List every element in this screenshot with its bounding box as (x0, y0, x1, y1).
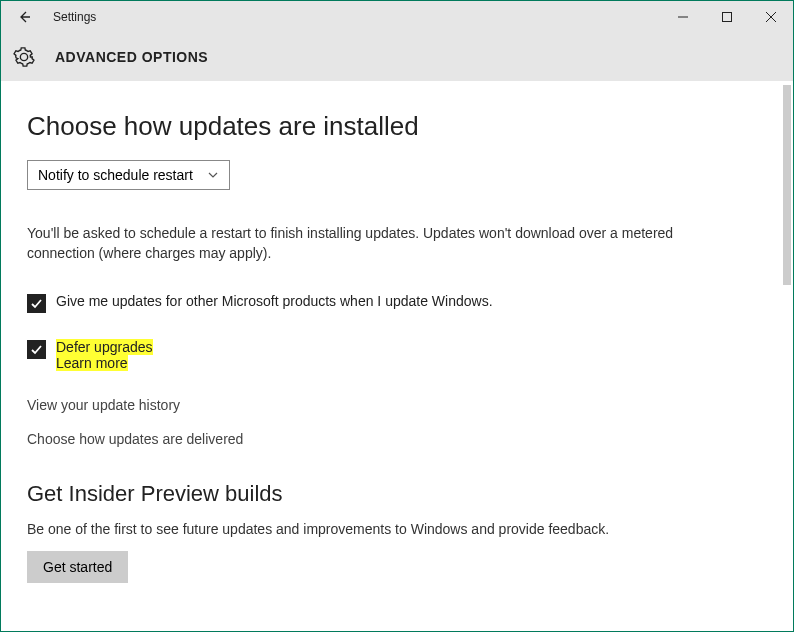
close-icon (766, 12, 776, 22)
schedule-dropdown[interactable]: Notify to schedule restart (27, 160, 230, 190)
arrow-left-icon (16, 9, 32, 25)
get-started-button[interactable]: Get started (27, 551, 128, 583)
chevron-down-icon (207, 169, 219, 181)
checkbox-row-defer: Defer upgrades Learn more (27, 339, 767, 371)
insider-description: Be one of the first to see future update… (27, 521, 767, 537)
svg-rect-1 (723, 13, 732, 22)
scrollbar-thumb[interactable] (783, 85, 791, 285)
delivery-link[interactable]: Choose how updates are delivered (27, 431, 767, 447)
page-title: ADVANCED OPTIONS (55, 49, 208, 65)
gear-icon (13, 46, 35, 68)
update-description: You'll be asked to schedule a restart to… (27, 224, 727, 263)
view-history-link[interactable]: View your update history (27, 397, 767, 413)
checkmark-icon (30, 297, 43, 310)
checkbox-label-defer: Defer upgrades (56, 339, 153, 355)
dropdown-value: Notify to schedule restart (38, 167, 193, 183)
maximize-icon (722, 12, 732, 22)
page-header: ADVANCED OPTIONS (1, 33, 793, 81)
defer-label-group: Defer upgrades Learn more (56, 339, 153, 371)
back-button[interactable] (9, 2, 39, 32)
titlebar: Settings (1, 1, 793, 33)
section-heading-updates: Choose how updates are installed (27, 111, 767, 142)
section-heading-insider: Get Insider Preview builds (27, 481, 767, 507)
minimize-button[interactable] (661, 1, 705, 33)
checkbox-row-other-products: Give me updates for other Microsoft prod… (27, 293, 767, 313)
checkbox-other-products[interactable] (27, 294, 46, 313)
learn-more-link[interactable]: Learn more (56, 355, 128, 371)
window-title: Settings (53, 10, 96, 24)
checkmark-icon (30, 343, 43, 356)
close-button[interactable] (749, 1, 793, 33)
checkbox-label-other-products: Give me updates for other Microsoft prod… (56, 293, 493, 309)
checkbox-defer-upgrades[interactable] (27, 340, 46, 359)
maximize-button[interactable] (705, 1, 749, 33)
content-area: Choose how updates are installed Notify … (1, 81, 793, 631)
minimize-icon (678, 12, 688, 22)
window-controls (661, 1, 793, 33)
